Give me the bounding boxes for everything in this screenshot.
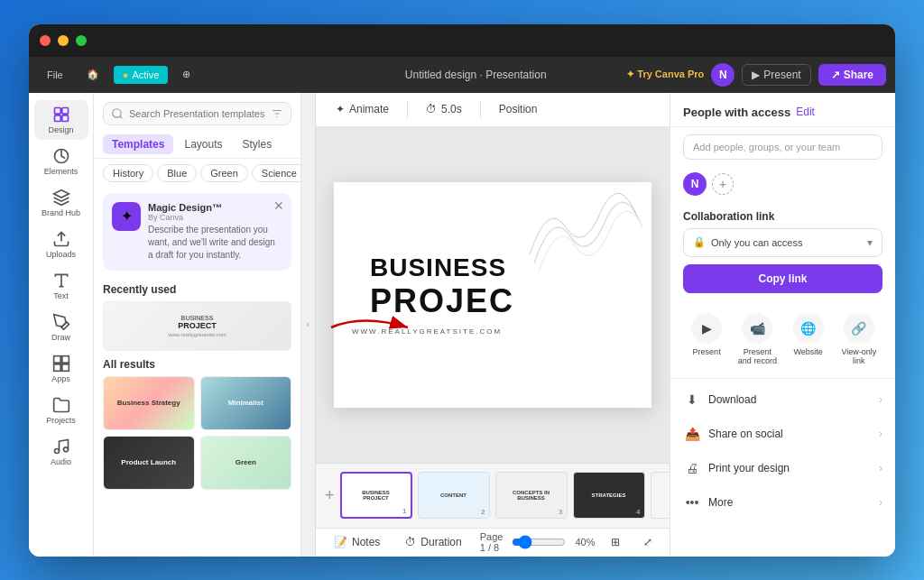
chip-green[interactable]: Green: [200, 164, 248, 182]
notes-button[interactable]: 📝 Notes: [327, 532, 387, 552]
website-action-label: Website: [793, 347, 822, 356]
action-social[interactable]: 📤 Share on social ›: [670, 417, 895, 451]
search-input-wrap[interactable]: [103, 102, 291, 125]
filter-icon[interactable]: [271, 107, 283, 120]
sidebar-item-design[interactable]: Design: [34, 100, 88, 140]
print-label: Print your design: [708, 462, 790, 474]
animate-button[interactable]: ✦ Animate: [328, 99, 396, 119]
film-slide-4[interactable]: STRATEGIES 4: [573, 472, 645, 519]
sidebar-item-audio[interactable]: Audio: [34, 432, 88, 472]
zoom-level: 40%: [575, 537, 595, 548]
share-panel-header: People with access Edit: [670, 93, 895, 127]
copy-link-button[interactable]: Copy link: [683, 264, 882, 293]
magic-card-text: Magic Design™ By Canva Describe the pres…: [148, 202, 282, 262]
tab-layouts[interactable]: Layouts: [175, 134, 231, 154]
action-print[interactable]: 🖨 Print your design ›: [670, 451, 895, 485]
slide-url: WWW.REALLYGREATSITE.COM: [352, 327, 633, 336]
action-present-record[interactable]: 📹 Present and record: [734, 308, 781, 371]
all-results-grid: Business Strategy Minimalist Product Lau…: [103, 376, 291, 490]
check-button[interactable]: ✓: [669, 532, 670, 552]
present-button[interactable]: ▶ Present: [742, 64, 810, 86]
action-present[interactable]: ▶ Present: [683, 308, 730, 371]
active-doc-label: Active: [132, 69, 159, 80]
svg-rect-1: [61, 107, 68, 114]
action-website[interactable]: 🌐 Website: [785, 308, 832, 371]
sidebar-item-draw[interactable]: Draw: [34, 308, 88, 347]
position-label: Position: [499, 103, 538, 115]
chevron-right-more: ›: [879, 496, 882, 509]
duration-status-button[interactable]: ⏱ Duration: [398, 532, 468, 552]
all-results-title: All results: [103, 358, 291, 371]
svg-rect-9: [61, 364, 69, 371]
sidebar-item-text[interactable]: Text: [34, 266, 88, 306]
thumb-recently-used[interactable]: BUSINESS PROJECT www.reallygreatsite.com: [103, 301, 291, 351]
chip-science[interactable]: Science: [252, 164, 300, 182]
film-slide-2[interactable]: CONTENT 2: [418, 472, 490, 519]
chip-history[interactable]: History: [103, 164, 153, 182]
canvas-area: ✦ Animate ⏱ 5.0s Position: [316, 93, 670, 557]
notes-icon: 📝: [334, 536, 347, 548]
film-slide-3[interactable]: CONCEPTS INBUSINESS 3: [495, 472, 568, 519]
lock-icon: 🔒: [693, 236, 706, 248]
share-edit-link[interactable]: Edit: [796, 106, 815, 118]
sidebar-item-projects[interactable]: Projects: [34, 391, 88, 430]
thumb-4[interactable]: Green: [200, 436, 292, 490]
status-bar-right: Page 1 / 8 40% ⊞ ⤢ ✓ ?: [480, 531, 670, 553]
sidebar-item-brand[interactable]: Brand Hub: [34, 183, 88, 223]
sidebar-item-elements[interactable]: Elements: [34, 142, 88, 181]
action-more[interactable]: ••• More ›: [670, 485, 895, 520]
tab-styles[interactable]: Styles: [234, 134, 282, 154]
tab-extra[interactable]: ⊕: [173, 65, 199, 84]
thumb-3[interactable]: Product Launch: [103, 436, 195, 490]
film-slide-5[interactable]: 80% 5: [651, 472, 670, 519]
thumb-1[interactable]: Business Strategy: [103, 376, 195, 430]
position-button[interactable]: Position: [492, 99, 545, 119]
user-avatar[interactable]: N: [711, 63, 735, 87]
viewonly-circle-icon: 🔗: [844, 313, 874, 344]
try-canva-pro-button[interactable]: ✦ Try Canva Pro: [626, 69, 704, 80]
collab-link-box[interactable]: 🔒 Only you can access ▾: [683, 228, 882, 257]
svg-point-10: [54, 448, 59, 453]
tab-templates[interactable]: Templates: [103, 134, 173, 154]
film-slide-1[interactable]: BUSINESSPROJECT 1: [340, 472, 412, 519]
magic-card-desc: Describe the presentation you want, and …: [148, 224, 282, 262]
close-button[interactable]: [40, 35, 51, 46]
animate-icon: ✦: [336, 103, 345, 115]
template-scroll: Recently used BUSINESS PROJECT www.reall…: [94, 276, 300, 557]
thumb-2[interactable]: Minimalist: [200, 376, 292, 430]
action-download[interactable]: ⬇ Download ›: [670, 382, 895, 417]
collapse-handle[interactable]: ‹: [301, 93, 316, 557]
sidebar-item-apps[interactable]: Apps: [34, 349, 88, 389]
people-input[interactable]: Add people, groups, or your team: [683, 134, 882, 160]
grid-view-button[interactable]: ⊞: [604, 532, 627, 552]
tab-active[interactable]: ● Active: [114, 66, 169, 84]
sidebar-label-design: Design: [48, 125, 73, 134]
present-label: Present: [763, 69, 800, 81]
zoom-slider[interactable]: [512, 535, 566, 549]
social-icon: 📤: [683, 425, 701, 443]
sidebar-label-projects: Projects: [46, 416, 76, 425]
action-view-only[interactable]: 🔗 View-only link: [836, 308, 882, 371]
film-add-before[interactable]: +: [325, 472, 335, 519]
duration-status-icon: ⏱: [405, 536, 416, 548]
duration-button[interactable]: ⏱ 5.0s: [419, 99, 469, 119]
tab-file[interactable]: File: [38, 66, 72, 84]
toolbar-divider-1: [407, 100, 408, 118]
viewonly-action-label: View-only link: [839, 347, 879, 365]
record-circle-icon: 📹: [742, 313, 772, 344]
share-button[interactable]: ↗ Share: [818, 64, 886, 86]
chip-blue[interactable]: Blue: [157, 164, 197, 182]
maximize-button[interactable]: [76, 35, 87, 46]
search-input[interactable]: [129, 108, 265, 119]
fullscreen-button[interactable]: ⤢: [636, 532, 660, 552]
canvas-wrapper[interactable]: BUSINESS PROJEC WWW.REALLYGREATSITE.COM: [316, 127, 670, 463]
magic-card-close[interactable]: ✕: [273, 198, 284, 213]
add-collaborator-button[interactable]: +: [712, 173, 734, 195]
tab-home[interactable]: 🏠: [78, 65, 108, 84]
svg-rect-7: [61, 355, 69, 363]
magic-card-subtitle: By Canva: [148, 213, 282, 222]
minimize-button[interactable]: [58, 35, 69, 46]
sidebar-item-uploads[interactable]: Uploads: [34, 225, 88, 264]
magic-card-title: Magic Design™: [148, 202, 282, 213]
icon-sidebar: Design Elements Brand Hub Uploads Text D…: [29, 93, 94, 557]
